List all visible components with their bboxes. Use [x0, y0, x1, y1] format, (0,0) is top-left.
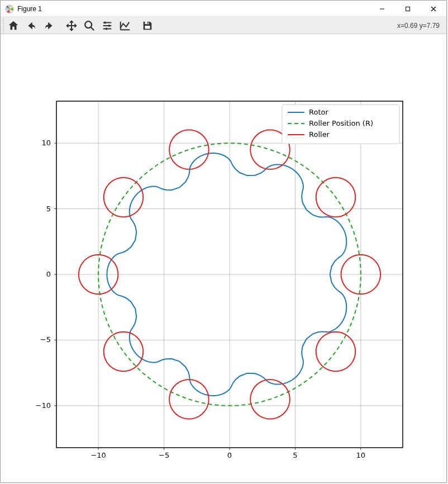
svg-text:Roller: Roller	[309, 130, 330, 139]
forward-button[interactable]	[41, 18, 58, 33]
plot-svg: −10−50510−10−50510 RotorRoller Position …	[1, 34, 447, 483]
figure-canvas[interactable]: −10−50510−10−50510 RotorRoller Position …	[1, 34, 446, 482]
configure-subplots-button[interactable]	[99, 18, 116, 33]
svg-rect-5	[406, 7, 410, 11]
svg-text:Rotor: Rotor	[309, 108, 328, 116]
svg-rect-15	[104, 22, 106, 24]
maximize-button[interactable]	[395, 1, 421, 17]
toolbar: x=0.69 y=7.79	[1, 17, 446, 34]
svg-text:0: 0	[227, 451, 232, 459]
minimize-button[interactable]	[369, 1, 395, 17]
titlebar[interactable]: Figure 1	[1, 1, 446, 17]
close-button[interactable]	[421, 1, 446, 17]
svg-rect-18	[145, 26, 150, 29]
home-button[interactable]	[5, 18, 22, 33]
svg-rect-16	[108, 25, 110, 27]
cursor-coords: x=0.69 y=7.79	[397, 22, 444, 30]
svg-text:0: 0	[46, 270, 51, 278]
edit-axes-button[interactable]	[117, 18, 134, 33]
svg-text:10: 10	[41, 139, 51, 147]
svg-text:−10: −10	[90, 451, 106, 459]
save-button[interactable]	[139, 18, 156, 33]
matplotlib-app-icon	[5, 4, 14, 13]
svg-text:−5: −5	[40, 335, 51, 344]
svg-text:5: 5	[293, 451, 297, 459]
zoom-button[interactable]	[81, 18, 98, 33]
window-title: Figure 1	[17, 5, 369, 13]
pan-button[interactable]	[63, 18, 80, 33]
svg-line-11	[91, 27, 94, 31]
svg-text:10: 10	[356, 451, 366, 459]
window-controls	[369, 1, 446, 17]
svg-text:5: 5	[46, 205, 51, 213]
svg-rect-17	[106, 28, 107, 30]
toolbar-grip	[3, 18, 4, 33]
svg-text:−5: −5	[159, 451, 169, 459]
svg-text:−10: −10	[36, 401, 51, 410]
svg-text:Roller Position (R): Roller Position (R)	[309, 119, 373, 127]
svg-point-10	[85, 21, 92, 28]
back-button[interactable]	[23, 18, 40, 33]
matplotlib-window: Figure 1	[0, 0, 447, 483]
